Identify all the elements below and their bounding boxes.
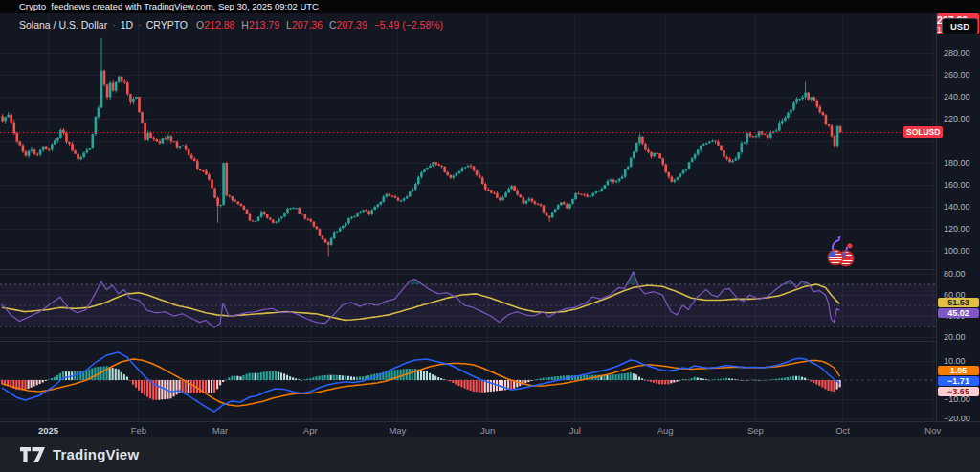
- ohlc-values: O212.88H213.79L207.36C207.39: [196, 19, 368, 31]
- axis-label: 100.00: [944, 246, 970, 256]
- watermark-text: Crypto_feednews created with TradingView…: [19, 1, 319, 11]
- legend-separator: ·: [112, 19, 116, 31]
- rsi-ma-tag: 51.53: [938, 298, 979, 307]
- ohlc-item: H213.79: [241, 19, 279, 31]
- time-axis-label: 2025: [38, 425, 58, 436]
- axis-label: 220.00: [944, 114, 970, 124]
- axis-label: 260.00: [944, 70, 970, 79]
- time-axis-label: Aug: [657, 425, 674, 436]
- footer-bar: TradingView: [0, 437, 980, 472]
- symbol-legend: Solana / U.S. Dollar · 1D · CRYPTO O212.…: [19, 18, 443, 32]
- time-axis[interactable]: 2025FebMarAprMayJunJulAugSepOctNov: [0, 421, 980, 437]
- price-scale[interactable]: USD 280.00260.00240.00220.00180.00160.00…: [936, 13, 980, 421]
- time-axis-label: Mar: [212, 425, 228, 436]
- axis-label: 240.00: [944, 92, 970, 101]
- cyclone-arrowhead: [834, 234, 840, 240]
- time-axis-label: Jul: [569, 425, 581, 436]
- time-axis-label: Feb: [131, 425, 146, 436]
- time-axis-label: Oct: [835, 425, 850, 436]
- time-axis-label: May: [389, 425, 406, 436]
- hist-tag: −3.65: [938, 387, 979, 396]
- axis-label: 10.00: [944, 356, 966, 366]
- rsi-tag: 45.02: [938, 308, 979, 318]
- axis-label: 280.00: [944, 48, 970, 57]
- flag-emoji-sticker-left[interactable]: [829, 251, 842, 264]
- time-axis-label: Apr: [303, 425, 318, 436]
- symbol-title[interactable]: Solana / U.S. Dollar: [19, 19, 107, 31]
- time-axis-label: Jun: [480, 425, 495, 436]
- axis-label: 20.00: [944, 332, 966, 342]
- ohlc-item: C207.39: [329, 19, 368, 31]
- time-axis-label: Nov: [924, 425, 941, 436]
- axis-label: 80.00: [944, 269, 966, 279]
- change-value: −5.49 (−2.58%): [374, 19, 443, 31]
- signal-tag: 1.95: [938, 366, 979, 375]
- axis-label: 120.00: [944, 224, 970, 234]
- ohlc-item: L207.36: [286, 19, 323, 31]
- chart-canvas[interactable]: [0, 13, 936, 421]
- currency-toggle-button[interactable]: USD: [942, 18, 978, 34]
- interval-label[interactable]: 1D: [121, 19, 133, 31]
- ohlc-item: O212.88: [196, 19, 234, 31]
- tradingview-screenshot: Crypto_feednews created with TradingView…: [0, 0, 980, 472]
- exchange-label: CRYPTO: [146, 19, 188, 31]
- axis-label: 180.00: [944, 158, 970, 168]
- tradingview-brand[interactable]: TradingView: [20, 446, 139, 462]
- chart-area[interactable]: Solana / U.S. Dollar · 1D · CRYPTO O212.…: [0, 13, 980, 437]
- symbol-price-flag: SOLUSD: [903, 126, 943, 138]
- axis-label: 160.00: [944, 180, 970, 190]
- time-axis-label: Sep: [747, 425, 764, 436]
- legend-separator: ·: [138, 19, 142, 31]
- tradingview-logo-icon: [20, 447, 45, 462]
- macd-tag: −1.71: [938, 376, 979, 386]
- tradingview-brand-text: TradingView: [53, 446, 139, 462]
- watermark-bar: Crypto_feednews created with TradingView…: [0, 0, 980, 13]
- axis-label: 140.00: [944, 202, 970, 212]
